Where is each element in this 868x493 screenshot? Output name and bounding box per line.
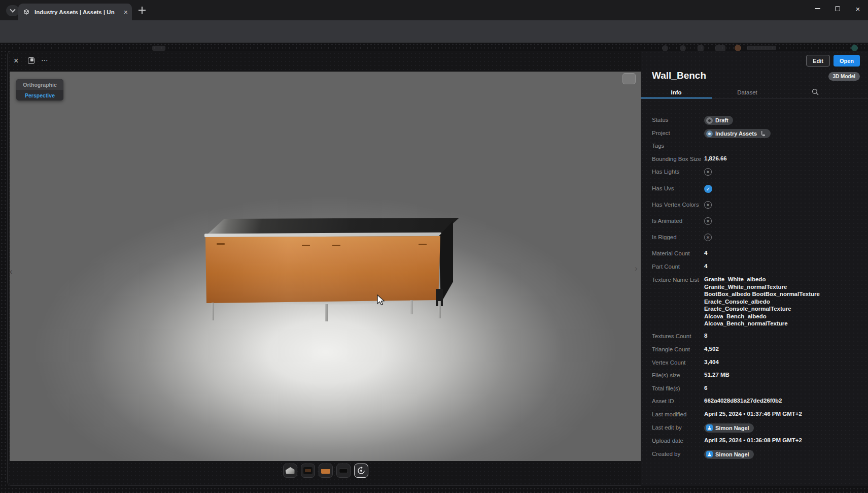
cross-circle-icon: ✕ (704, 201, 712, 209)
field-project: Project Industry Assets (652, 129, 846, 142)
minimize-button[interactable] (807, 0, 827, 17)
preview-mode-toolbar (8, 464, 643, 478)
viewport-corner-button[interactable] (622, 73, 636, 84)
project-icon (706, 130, 713, 137)
bench-back-leg (410, 300, 413, 314)
browser-toolbar: ← → ⟳ cloud.unity.com/home/organizations… (0, 20, 868, 43)
camera-mode-perspective[interactable]: Perspective (16, 90, 63, 101)
status-pill[interactable]: Draft (704, 116, 733, 125)
maximize-button[interactable] (827, 0, 848, 17)
field-triangle-count: Triangle Count 4,502 (652, 345, 846, 358)
cross-circle-icon: ✕ (704, 234, 712, 241)
chevron-down-icon (10, 7, 15, 12)
field-bounding-box: Bounding Box Size 1,826.66 (652, 155, 846, 168)
user-pill[interactable]: Simon Nagel (704, 450, 754, 459)
check-circle-icon: ✓ (704, 185, 712, 193)
close-window-button[interactable]: × (848, 0, 868, 17)
project-branch-icon (760, 131, 766, 137)
drawer-handle (419, 244, 427, 245)
window-controls: × (807, 0, 868, 20)
cross-circle-icon: ✕ (704, 217, 712, 225)
fullscreen-icon[interactable] (28, 57, 34, 64)
bench-leg (438, 301, 441, 318)
field-texture-name-list: Texture Name List Granite_White_albedo G… (652, 276, 846, 327)
texture-name-list: Granite_White_albedo Granite_White_norma… (704, 276, 846, 327)
bench-front-panel (205, 236, 440, 303)
mouse-cursor (376, 294, 386, 306)
screen: Industry Assets | Assets | Unity × × ← →… (0, 0, 868, 493)
field-material-count: Material Count 4 (652, 249, 846, 262)
field-has-vertex-colors: Has Vertex Colors ✕ (652, 201, 846, 217)
background-text-fragment (747, 46, 776, 50)
unity-favicon-icon (22, 8, 30, 16)
tabs-divider (641, 98, 868, 99)
tab-dataset[interactable]: Dataset (712, 89, 783, 95)
user-avatar-icon (706, 424, 713, 431)
panel-actions: Edit Open (806, 55, 860, 67)
field-has-uvs: Has Uvs ✓ (652, 184, 846, 201)
browser-tabstrip: Industry Assets | Assets | Unity × × (0, 0, 868, 20)
user-pill[interactable]: Simon Nagel (704, 423, 754, 433)
more-options-icon[interactable]: ⋯ (41, 56, 48, 64)
user-avatar-icon (706, 451, 713, 457)
cross-circle-icon: ✕ (704, 168, 712, 176)
bench-leg (212, 303, 214, 320)
panel-collapse-chevron-icon[interactable]: › (635, 264, 638, 274)
draft-status-icon (706, 117, 713, 124)
field-tags: Tags (652, 142, 846, 155)
preview-albedo-thumb[interactable] (319, 464, 333, 478)
field-upload-date: Upload date April 25, 2024 • 01:36:08 PM… (652, 437, 846, 450)
edit-button[interactable]: Edit (806, 55, 830, 67)
asset-type-badge: 3D Model (828, 72, 860, 81)
camera-mode-orthographic[interactable]: Orthographic (16, 79, 63, 90)
bench-leg (325, 304, 328, 321)
field-textures-count: Textures Count 8 (652, 332, 846, 345)
preview-clay-thumb[interactable] (283, 464, 297, 478)
project-pill[interactable]: Industry Assets (704, 129, 771, 138)
search-icon[interactable] (811, 88, 819, 98)
field-last-modified: Last modified April 25, 2024 • 01:37:46 … (652, 410, 846, 423)
drawer-handle (217, 243, 225, 245)
drawer-handle (302, 245, 310, 246)
preview-dark-thumb[interactable] (301, 464, 315, 478)
close-modal-icon[interactable]: × (14, 56, 18, 65)
field-created-by: Created by Simon Nagel (652, 450, 846, 463)
field-part-count: Part Count 4 (652, 262, 846, 276)
new-tab-button[interactable] (138, 6, 146, 14)
tab-close-icon[interactable]: × (124, 8, 128, 16)
field-is-rigged: Is Rigged ✕ (652, 233, 846, 249)
tab-search-button[interactable] (6, 5, 19, 16)
field-is-animated: Is Animated ✕ (652, 217, 846, 233)
background-page-fragment (152, 46, 165, 51)
field-files-size: File(s) size 51.27 MB (652, 371, 846, 384)
left-collapse-chevron-icon[interactable]: ‹ (10, 267, 12, 276)
field-asset-id: Asset ID 662a4028d831a27ded26f0b2 (652, 397, 846, 410)
panel-tabs: Info Dataset (641, 86, 868, 98)
field-total-files: Total file(s) 6 (652, 384, 846, 397)
field-last-edit-by: Last edit by Simon Nagel (652, 423, 846, 437)
open-button[interactable]: Open (834, 55, 860, 67)
drawer-handle (332, 245, 340, 246)
preview-shaded-thumb[interactable] (336, 464, 351, 478)
asset-title: Wall_Bench (652, 70, 706, 81)
field-has-lights: Has Lights ✕ (652, 168, 846, 184)
field-status: Status Draft (652, 116, 846, 129)
asset-info-panel: Edit Open Wall_Bench 3D Model Info Datas… (641, 51, 868, 486)
browser-tab[interactable]: Industry Assets | Assets | Unity × (18, 4, 132, 20)
camera-mode-dropdown: Orthographic Perspective (16, 79, 63, 101)
info-fields: Status Draft Project Industry Assets Tag… (652, 116, 846, 463)
viewport-3d[interactable]: Orthographic Perspective › (10, 72, 641, 461)
tab-info[interactable]: Info (641, 89, 712, 95)
turntable-rotate-icon[interactable] (354, 464, 368, 478)
field-vertex-count: Vertex Count 3,404 (652, 358, 846, 371)
tab-title: Industry Assets | Assets | Unity (34, 9, 115, 15)
